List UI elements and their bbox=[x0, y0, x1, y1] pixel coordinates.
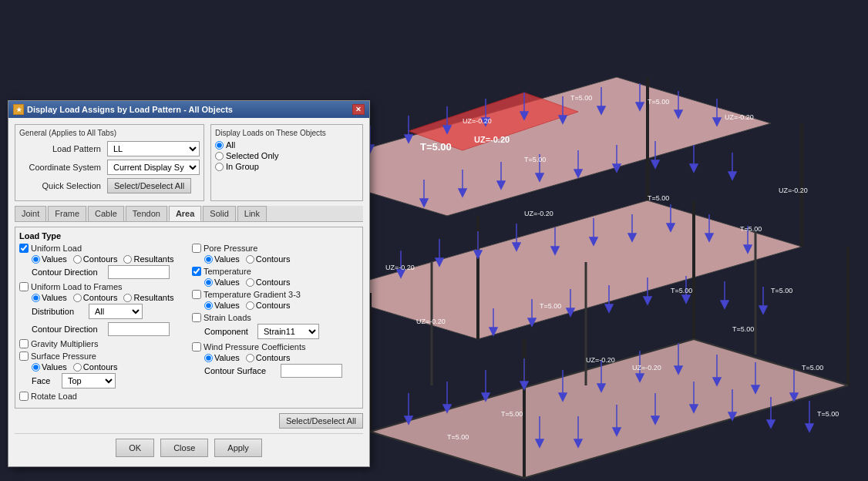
load-pattern-label: Load Pattern bbox=[19, 144, 104, 153]
quick-selection-label: Quick Selection bbox=[19, 181, 104, 190]
surface-pressure-checkbox[interactable] bbox=[19, 352, 29, 361]
display-group-label: In Group bbox=[226, 162, 259, 171]
svg-text:T=5.00: T=5.00 bbox=[802, 364, 823, 372]
dialog-body: General (Applies to All Tabs) Load Patte… bbox=[8, 118, 369, 466]
pore-pressure-contours-radio[interactable] bbox=[246, 255, 254, 264]
general-select-deselect-button[interactable]: Select/Deselect All bbox=[107, 178, 191, 193]
temperature-checkbox[interactable] bbox=[192, 267, 201, 276]
svg-text:UZ=-0.20: UZ=-0.20 bbox=[586, 356, 615, 364]
pore-pressure-checkbox[interactable] bbox=[192, 244, 201, 253]
uniform-load-resultants-radio[interactable] bbox=[123, 255, 132, 264]
dialog-titlebar: ★ Display Load Assigns by Load Pattern -… bbox=[8, 101, 369, 118]
pore-pressure-values-label: Values bbox=[214, 254, 240, 264]
contour-surface-input[interactable] bbox=[281, 364, 342, 378]
surface-pressure-values-label: Values bbox=[42, 362, 67, 372]
display-group-radio[interactable] bbox=[215, 163, 224, 171]
svg-text:T=5.00: T=5.00 bbox=[501, 410, 523, 418]
temp-gradient-label: Temperature Gradient 3-3 bbox=[204, 290, 301, 299]
temperature-contours-label: Contours bbox=[256, 278, 291, 287]
face-label: Face bbox=[32, 376, 59, 385]
svg-text:T=5.00: T=5.00 bbox=[671, 287, 692, 294]
component-select[interactable]: Strain11 bbox=[257, 324, 319, 339]
face-select[interactable]: Top bbox=[62, 373, 116, 388]
contour-dir-label: Contour Direction bbox=[32, 267, 105, 277]
tab-link[interactable]: Link bbox=[237, 206, 267, 221]
svg-text:T=5.00: T=5.00 bbox=[740, 225, 762, 233]
uniform-load-label: Uniform Load bbox=[31, 244, 82, 253]
uniform-load-contours-label: Contours bbox=[83, 254, 118, 264]
strain-loads-checkbox[interactable] bbox=[192, 313, 201, 322]
uniform-frames-values-radio[interactable] bbox=[32, 294, 40, 302]
tab-frame[interactable]: Frame bbox=[48, 206, 86, 221]
dialog-close-button[interactable]: ✕ bbox=[352, 104, 365, 115]
tab-solid[interactable]: Solid bbox=[203, 206, 235, 221]
uniform-load-resultants-label: Resultants bbox=[133, 254, 173, 264]
pore-pressure-values-radio[interactable] bbox=[204, 255, 213, 264]
contour-dir-input[interactable] bbox=[108, 265, 170, 279]
temperature-contours-radio[interactable] bbox=[246, 278, 254, 287]
surface-pressure-contours-radio[interactable] bbox=[73, 363, 82, 372]
distribution-select[interactable]: All bbox=[89, 304, 143, 319]
tab-joint[interactable]: Joint bbox=[15, 206, 46, 221]
svg-text:UZ=-0.20: UZ=-0.20 bbox=[416, 318, 446, 325]
tab-tendon[interactable]: Tendon bbox=[126, 206, 167, 221]
distribution-label: Distribution bbox=[32, 307, 86, 316]
coordinate-system-label: Coordinate System bbox=[19, 163, 104, 172]
wind-pressure-values-label: Values bbox=[214, 353, 240, 362]
temp-gradient-values-radio[interactable] bbox=[204, 301, 213, 310]
bottom-select-deselect-button[interactable]: Select/Deselect All bbox=[279, 413, 363, 429]
gravity-multipliers-checkbox[interactable] bbox=[19, 339, 29, 348]
rotate-load-checkbox[interactable] bbox=[19, 392, 29, 401]
titlebar-left: ★ Display Load Assigns by Load Pattern -… bbox=[13, 104, 233, 115]
load-pattern-select[interactable]: LL bbox=[107, 141, 200, 156]
contour-surface-label: Contour Surface bbox=[204, 366, 278, 375]
wind-pressure-values-radio[interactable] bbox=[204, 354, 213, 362]
svg-text:T=5.00: T=5.00 bbox=[648, 98, 669, 106]
temp-gradient-checkbox[interactable] bbox=[192, 290, 201, 299]
pore-pressure-contours-label: Contours bbox=[256, 254, 291, 264]
wind-pressure-contours-radio[interactable] bbox=[246, 354, 254, 362]
rotate-load-label: Rotate Load bbox=[31, 392, 77, 401]
main-dialog: ★ Display Load Assigns by Load Pattern -… bbox=[8, 100, 370, 467]
apply-button[interactable]: Apply bbox=[214, 439, 262, 457]
dialog-buttons: OK Close Apply bbox=[15, 433, 363, 460]
component-label: Component bbox=[204, 327, 254, 336]
wind-pressure-checkbox[interactable] bbox=[192, 342, 201, 352]
svg-text:UZ=-0.20: UZ=-0.20 bbox=[474, 135, 510, 144]
svg-text:T=5.00: T=5.00 bbox=[540, 302, 561, 310]
coordinate-system-select[interactable]: Current Display System bbox=[107, 160, 200, 175]
tab-area[interactable]: Area bbox=[169, 206, 201, 221]
dialog-title: Display Load Assigns by Load Pattern - A… bbox=[27, 105, 233, 114]
wind-pressure-label: Wind Pressure Coefficients bbox=[204, 342, 305, 352]
uniform-frames-checkbox[interactable] bbox=[19, 282, 29, 291]
uniform-load-contours-radio[interactable] bbox=[73, 255, 82, 264]
tab-cable[interactable]: Cable bbox=[88, 206, 124, 221]
contour-dir-input2[interactable] bbox=[108, 322, 170, 336]
display-selected-radio[interactable] bbox=[215, 152, 224, 160]
svg-text:T=5.00: T=5.00 bbox=[648, 194, 669, 202]
close-button[interactable]: Close bbox=[160, 439, 208, 457]
display-all-radio[interactable] bbox=[215, 141, 224, 150]
surface-pressure-values-radio[interactable] bbox=[32, 363, 40, 372]
load-type-title: Load Type bbox=[19, 231, 358, 240]
ok-button[interactable]: OK bbox=[116, 439, 154, 457]
svg-text:UZ=-0.20: UZ=-0.20 bbox=[632, 364, 661, 372]
wind-pressure-contours-label: Contours bbox=[256, 353, 291, 362]
uniform-frames-resultants-radio[interactable] bbox=[123, 294, 132, 302]
contour-dir-label2: Contour Direction bbox=[32, 325, 105, 334]
pore-pressure-label: Pore Pressure bbox=[204, 244, 257, 253]
temp-gradient-contours-radio[interactable] bbox=[246, 301, 254, 310]
uniform-frames-contours-radio[interactable] bbox=[73, 294, 82, 302]
temperature-values-radio[interactable] bbox=[204, 278, 213, 287]
uniform-load-values-radio[interactable] bbox=[32, 255, 40, 264]
display-selected-label: Selected Only bbox=[226, 151, 278, 160]
strain-loads-label: Strain Loads bbox=[204, 313, 251, 322]
dialog-icon: ★ bbox=[13, 104, 24, 115]
tab-bar: Joint Frame Cable Tendon Area Solid Link bbox=[15, 206, 363, 222]
svg-text:UZ=-0.20: UZ=-0.20 bbox=[385, 264, 415, 271]
uniform-frames-values-label: Values bbox=[42, 293, 67, 302]
uniform-load-checkbox[interactable] bbox=[19, 244, 29, 253]
svg-text:T=5.00: T=5.00 bbox=[570, 94, 592, 102]
gravity-multipliers-label: Gravity Multipliers bbox=[31, 339, 98, 348]
svg-text:UZ=-0.20: UZ=-0.20 bbox=[779, 187, 808, 194]
